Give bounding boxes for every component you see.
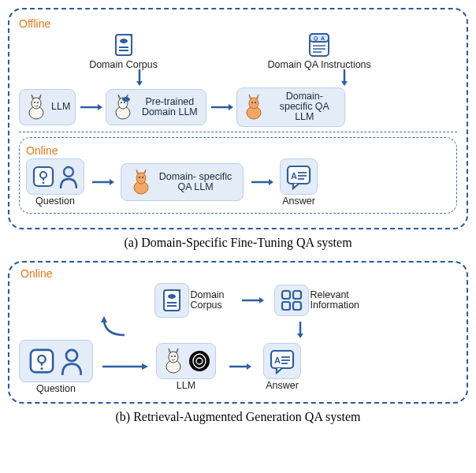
- arrow-right-icon: [224, 361, 255, 372]
- domain-specific-node-a2: Domain- specific QA LLM: [121, 163, 244, 201]
- question-node-a: [26, 158, 84, 195]
- caption-a: (a) Domain-Specific Fine-Tuning QA syste…: [8, 236, 468, 250]
- question-label-a: Question: [35, 196, 75, 207]
- online-label-b: Online: [20, 267, 52, 280]
- arrow-right-icon: [250, 177, 273, 188]
- arrow-right-icon: [210, 102, 233, 113]
- llm-label: LLM: [51, 102, 70, 112]
- answer-label-b: Answer: [266, 381, 299, 391]
- question-label-b: Question: [36, 384, 76, 394]
- domain-corpus-label: Domain Corpus: [89, 60, 158, 70]
- panel-b: Online Domain Corpus Relevant Informatio…: [8, 261, 468, 404]
- panel-a: Offline Domain Corpus Domain QA Instruct…: [8, 8, 468, 229]
- llm-node-b: [156, 343, 216, 379]
- llama-icon: [162, 348, 185, 374]
- gpt-icon: [188, 350, 210, 372]
- llama-orange-icon: [129, 169, 153, 196]
- answer-node-a: [280, 158, 318, 195]
- grid-icon: [280, 289, 303, 312]
- document-icon: [160, 287, 184, 314]
- llama-icon: [24, 94, 48, 121]
- caption-b: (b) Retrieval-Augmented Generation QA sy…: [8, 410, 468, 424]
- pretrained-label: Pre-trained Domain LLM: [138, 97, 201, 117]
- arrow-right-icon: [101, 361, 148, 372]
- question-box-icon: [28, 345, 56, 377]
- online-label-a: Online: [26, 144, 450, 157]
- domain-corpus-label-b: Domain Corpus: [191, 290, 230, 311]
- llm-label-b: LLM: [177, 381, 195, 391]
- llama-orange-icon: [242, 94, 266, 121]
- answer-icon: [269, 348, 296, 374]
- relevant-info-label: Relevant Information: [311, 290, 370, 311]
- online-subpanel-a: Online Question Domain- specific QA LLM …: [19, 137, 457, 214]
- arrow-down-icon: [339, 69, 350, 86]
- answer-node-b: [263, 343, 301, 379]
- llama-cloud-icon: [111, 94, 135, 121]
- offline-label: Offline: [19, 17, 457, 30]
- domain-specific-node-a: Domain- specific QA LLM: [236, 88, 345, 126]
- domain-corpus-b: Domain Corpus: [154, 283, 230, 318]
- domain-specific-label-a2: Domain- specific QA LLM: [156, 172, 235, 192]
- domain-qa-label: Domain QA Instructions: [268, 60, 371, 70]
- relevant-info: Relevant Information: [274, 285, 370, 316]
- person-icon: [58, 163, 79, 190]
- question-node-b: [19, 340, 93, 382]
- arrow-right-icon: [236, 295, 268, 306]
- qa-card-icon: [307, 32, 331, 58]
- domain-specific-label-a: Domain- specific QA LLM: [269, 91, 340, 122]
- answer-label-a: Answer: [282, 196, 315, 207]
- llm-node: LLM: [19, 89, 76, 125]
- arrow-right-icon: [91, 177, 114, 188]
- pretrained-node: Pre-trained Domain LLM: [106, 89, 206, 125]
- svg-marker-46: [142, 363, 148, 370]
- domain-corpus-a: Domain Corpus: [89, 32, 158, 70]
- arrow-down-icon: [134, 69, 145, 86]
- domain-qa-instructions: Domain QA Instructions: [268, 32, 371, 70]
- question-box-icon: [32, 163, 55, 190]
- answer-icon: [285, 163, 312, 190]
- document-icon: [112, 32, 136, 58]
- divider: [19, 132, 457, 132]
- arrow-right-icon: [79, 102, 102, 113]
- person-icon: [59, 345, 84, 377]
- arrow-down-icon: [295, 321, 306, 338]
- curve-arrow-icon: [98, 315, 129, 338]
